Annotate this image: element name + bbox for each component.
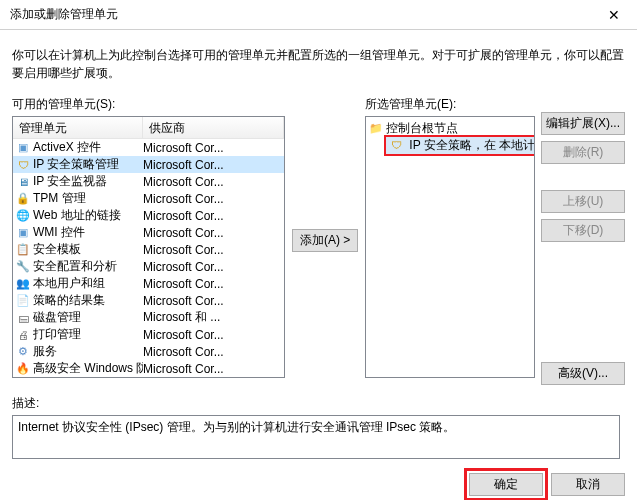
edit-extensions-button[interactable]: 编辑扩展(X)...: [541, 112, 625, 135]
col-header-vendor[interactable]: 供应商: [143, 117, 284, 138]
wmi-icon: ▣: [15, 225, 31, 241]
add-button[interactable]: 添加(A) >: [292, 229, 358, 252]
item-name: 服务: [33, 343, 143, 360]
list-item[interactable]: 🔥高级安全 Windows 防...Microsoft Cor...: [13, 360, 284, 377]
item-vendor: Microsoft 和 ...: [143, 309, 284, 326]
window-title: 添加或删除管理单元: [10, 6, 118, 23]
item-vendor: Microsoft Cor...: [143, 277, 284, 291]
item-name: 打印管理: [33, 326, 143, 343]
item-vendor: Microsoft Cor...: [143, 158, 284, 172]
item-vendor: Microsoft Cor...: [143, 175, 284, 189]
results-icon: 📄: [15, 293, 31, 309]
item-name: 本地用户和组: [33, 275, 143, 292]
list-header: 管理单元 供应商: [13, 117, 284, 139]
item-name: 磁盘管理: [33, 309, 143, 326]
item-vendor: Microsoft Cor...: [143, 328, 284, 342]
footer: 确定 取消: [0, 459, 637, 500]
selected-pane: 所选管理单元(E): 📁 控制台根节点 🛡 IP 安全策略，在 本地计算机: [365, 96, 535, 385]
firewall-icon: 🔥: [15, 361, 31, 377]
list-item[interactable]: ▣WMI 控件Microsoft Cor...: [13, 224, 284, 241]
item-name: ActiveX 控件: [33, 139, 143, 156]
available-list-body[interactable]: ▣ActiveX 控件Microsoft Cor...🛡IP 安全策略管理Mic…: [13, 139, 284, 377]
list-item[interactable]: 🖥IP 安全监视器Microsoft Cor...: [13, 173, 284, 190]
dialog-content: 你可以在计算机上为此控制台选择可用的管理单元并配置所选的一组管理单元。对于可扩展…: [0, 30, 637, 459]
advanced-button[interactable]: 高级(V)...: [541, 362, 625, 385]
print-icon: 🖨: [15, 327, 31, 343]
description-label: 描述:: [12, 395, 625, 412]
users-icon: 👥: [15, 276, 31, 292]
shield-icon: 🛡: [15, 157, 31, 173]
selected-label: 所选管理单元(E):: [365, 96, 535, 113]
selected-tree[interactable]: 📁 控制台根节点 🛡 IP 安全策略，在 本地计算机: [365, 116, 535, 378]
shield-icon: 🛡: [388, 137, 404, 153]
move-up-button[interactable]: 上移(U): [541, 190, 625, 213]
secconf-icon: 🔧: [15, 259, 31, 275]
item-vendor: Microsoft Cor...: [143, 260, 284, 274]
item-vendor: Microsoft Cor...: [143, 362, 284, 376]
tree-child-label: IP 安全策略，在 本地计算机: [409, 138, 535, 152]
item-vendor: Microsoft Cor...: [143, 294, 284, 308]
list-item[interactable]: 🛡IP 安全策略管理Microsoft Cor...: [13, 156, 284, 173]
item-vendor: Microsoft Cor...: [143, 192, 284, 206]
main-row: 可用的管理单元(S): 管理单元 供应商 ▣ActiveX 控件Microsof…: [12, 96, 625, 385]
item-vendor: Microsoft Cor...: [143, 141, 284, 155]
monitor-icon: 🖥: [15, 174, 31, 190]
description-section: 描述: Internet 协议安全性 (IPsec) 管理。为与别的计算机进行安…: [12, 395, 625, 459]
tree-child-node[interactable]: 🛡 IP 安全策略，在 本地计算机: [386, 137, 532, 154]
item-name: 安全模板: [33, 241, 143, 258]
available-pane: 可用的管理单元(S): 管理单元 供应商 ▣ActiveX 控件Microsof…: [12, 96, 285, 385]
list-item[interactable]: 🔧安全配置和分析Microsoft Cor...: [13, 258, 284, 275]
list-item[interactable]: 🌐Web 地址的链接Microsoft Cor...: [13, 207, 284, 224]
item-vendor: Microsoft Cor...: [143, 209, 284, 223]
instruction-text: 你可以在计算机上为此控制台选择可用的管理单元并配置所选的一组管理单元。对于可扩展…: [12, 46, 625, 82]
item-vendor: Microsoft Cor...: [143, 243, 284, 257]
move-down-button[interactable]: 下移(D): [541, 219, 625, 242]
service-icon: ⚙: [15, 344, 31, 360]
item-name: WMI 控件: [33, 224, 143, 241]
tree-root-label: 控制台根节点: [386, 120, 458, 137]
side-button-column: 编辑扩展(X)... 删除(R) 上移(U) 下移(D) 高级(V)...: [541, 96, 625, 385]
cancel-button[interactable]: 取消: [551, 473, 625, 496]
item-name: TPM 管理: [33, 190, 143, 207]
col-header-name[interactable]: 管理单元: [13, 117, 143, 138]
disk-icon: 🖴: [15, 310, 31, 326]
item-name: Web 地址的链接: [33, 207, 143, 224]
list-item[interactable]: ⚙服务Microsoft Cor...: [13, 343, 284, 360]
remove-button[interactable]: 删除(R): [541, 141, 625, 164]
list-item[interactable]: 📋安全模板Microsoft Cor...: [13, 241, 284, 258]
close-icon: ✕: [608, 7, 620, 23]
list-item[interactable]: 🔒TPM 管理Microsoft Cor...: [13, 190, 284, 207]
list-item[interactable]: 📄策略的结果集Microsoft Cor...: [13, 292, 284, 309]
middle-pane: 添加(A) >: [291, 96, 359, 385]
tree-root-node[interactable]: 📁 控制台根节点: [368, 120, 532, 137]
description-box: Internet 协议安全性 (IPsec) 管理。为与别的计算机进行安全通讯管…: [12, 415, 620, 459]
item-vendor: Microsoft Cor...: [143, 226, 284, 240]
tpm-icon: 🔒: [15, 191, 31, 207]
tree-child-highlight: 🛡 IP 安全策略，在 本地计算机: [386, 137, 535, 154]
template-icon: 📋: [15, 242, 31, 258]
activex-icon: ▣: [15, 140, 31, 156]
titlebar: 添加或删除管理单元 ✕: [0, 0, 637, 30]
list-item[interactable]: 🖨打印管理Microsoft Cor...: [13, 326, 284, 343]
web-icon: 🌐: [15, 208, 31, 224]
item-name: IP 安全监视器: [33, 173, 143, 190]
item-name: 策略的结果集: [33, 292, 143, 309]
list-item[interactable]: ▣ActiveX 控件Microsoft Cor...: [13, 139, 284, 156]
list-item[interactable]: 🖴磁盘管理Microsoft 和 ...: [13, 309, 284, 326]
item-vendor: Microsoft Cor...: [143, 345, 284, 359]
list-item[interactable]: 👥本地用户和组Microsoft Cor...: [13, 275, 284, 292]
item-name: IP 安全策略管理: [33, 156, 143, 173]
close-button[interactable]: ✕: [591, 0, 637, 30]
available-listbox[interactable]: 管理单元 供应商 ▣ActiveX 控件Microsoft Cor...🛡IP …: [12, 116, 285, 378]
available-label: 可用的管理单元(S):: [12, 96, 285, 113]
console-root-icon: 📁: [368, 121, 384, 137]
ok-button[interactable]: 确定: [469, 473, 543, 496]
item-name: 安全配置和分析: [33, 258, 143, 275]
item-name: 高级安全 Windows 防...: [33, 360, 143, 377]
